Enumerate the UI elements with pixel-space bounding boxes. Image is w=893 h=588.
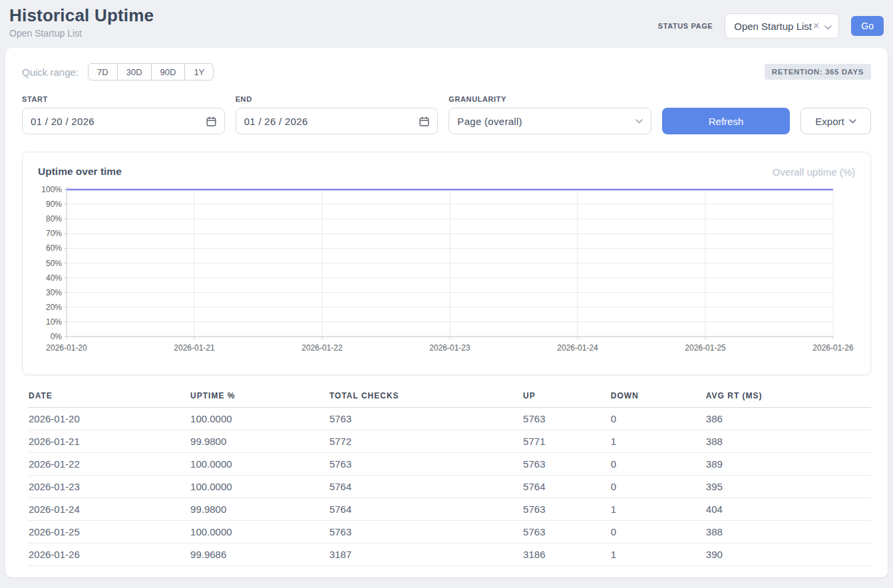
start-label: START [22, 95, 225, 103]
table-cell: 5763 [523, 408, 611, 430]
end-date-value: 01 / 26 / 2026 [244, 116, 308, 127]
quick-range-7d-button[interactable]: 7D [88, 63, 118, 80]
table-cell: 100.0000 [190, 521, 329, 543]
granularity-label: GRANULARITY [448, 95, 651, 103]
table-cell: 1 [611, 498, 706, 521]
calendar-icon[interactable] [419, 116, 429, 126]
table-cell: 1 [611, 430, 706, 453]
status-page-label: STATUS PAGE [658, 22, 713, 30]
table-row: 2026-01-2199.9800577257711388 [29, 430, 871, 453]
table-cell: 100.0000 [190, 476, 329, 498]
retention-badge: RETENTION: 365 DAYS [765, 64, 871, 80]
table-cell: 3186 [523, 543, 611, 566]
table-cell: 388 [706, 521, 871, 543]
column-header: UPTIME % [190, 391, 329, 408]
svg-text:80%: 80% [46, 214, 62, 223]
chevron-down-icon [824, 21, 832, 32]
table-cell: 99.9800 [190, 430, 329, 453]
top-header: Historical Uptime Open Startup List STAT… [0, 0, 893, 48]
svg-text:40%: 40% [46, 273, 62, 283]
table-row: 2026-01-22100.0000576357630389 [29, 453, 871, 476]
page-subtitle: Open Startup List [9, 28, 154, 39]
export-button-label: Export [815, 116, 844, 127]
table-cell: 395 [706, 476, 871, 498]
svg-text:50%: 50% [46, 259, 62, 268]
uptime-table-wrap: DATEUPTIME %TOTAL CHECKSUPDOWNAVG RT (MS… [29, 391, 871, 566]
chevron-down-icon [635, 119, 643, 124]
table-cell: 2026-01-20 [29, 408, 190, 430]
start-date-input[interactable]: 01 / 20 / 2026 [22, 108, 225, 134]
svg-text:100%: 100% [41, 185, 62, 194]
table-cell: 5763 [329, 453, 523, 476]
uptime-line-chart: 0%10%20%30%40%50%60%70%80%90%100%2026-01… [38, 183, 854, 359]
quick-range-90d-button[interactable]: 90D [151, 63, 186, 80]
quick-range-30d-button[interactable]: 30D [117, 63, 152, 80]
chart-card: Uptime over time Overall uptime (%) 0%10… [22, 152, 871, 375]
svg-text:30%: 30% [46, 288, 62, 297]
start-field-group: START 01 / 20 / 2026 [22, 95, 225, 134]
end-date-input[interactable]: 01 / 26 / 2026 [236, 108, 439, 134]
export-button[interactable]: Export [801, 108, 871, 134]
main-panel: Quick range: 7D30D90D1Y RETENTION: 365 D… [5, 48, 888, 577]
svg-text:2026-01-25: 2026-01-25 [685, 343, 726, 353]
quick-range-1y-button[interactable]: 1Y [184, 63, 214, 80]
table-cell: 99.9800 [190, 498, 329, 521]
table-cell: 2026-01-24 [29, 498, 190, 521]
table-cell: 0 [611, 408, 706, 430]
svg-text:10%: 10% [46, 317, 62, 327]
svg-text:2026-01-26: 2026-01-26 [812, 343, 854, 353]
table-cell: 5764 [523, 476, 611, 498]
column-header: UP [523, 391, 611, 408]
table-row: 2026-01-2499.9800576457631404 [29, 498, 871, 521]
table-row: 2026-01-2699.9686318731861390 [29, 543, 871, 566]
granularity-field-group: GRANULARITY Page (overall) [448, 95, 651, 134]
quick-range-row: Quick range: 7D30D90D1Y RETENTION: 365 D… [22, 63, 871, 80]
table-cell: 386 [706, 408, 871, 430]
table-cell: 390 [706, 543, 871, 566]
svg-text:60%: 60% [46, 243, 62, 253]
table-cell: 5764 [329, 476, 523, 498]
table-cell: 100.0000 [190, 453, 329, 476]
table-cell: 0 [611, 476, 706, 498]
table-cell: 99.9686 [190, 543, 329, 566]
svg-text:2026-01-20: 2026-01-20 [46, 343, 87, 353]
svg-text:0%: 0% [51, 332, 63, 341]
end-field-group: END 01 / 26 / 2026 [236, 95, 439, 134]
table-cell: 0 [611, 521, 706, 543]
table-row: 2026-01-20100.0000576357630386 [29, 408, 871, 430]
status-page-value: Open Startup List [734, 21, 812, 32]
column-header: DOWN [611, 391, 706, 408]
svg-text:2026-01-21: 2026-01-21 [174, 343, 215, 353]
clear-selection-icon[interactable]: × [813, 21, 819, 31]
refresh-button[interactable]: Refresh [662, 108, 790, 134]
svg-text:2026-01-24: 2026-01-24 [557, 343, 598, 353]
table-cell: 5771 [523, 430, 611, 453]
table-cell: 5763 [523, 498, 611, 521]
svg-text:20%: 20% [46, 303, 62, 312]
table-cell: 404 [706, 498, 871, 521]
status-page-select[interactable]: Open Startup List × [725, 13, 839, 39]
table-cell: 388 [706, 430, 871, 453]
calendar-icon[interactable] [206, 116, 216, 126]
title-block: Historical Uptime Open Startup List [9, 5, 154, 39]
table-header-row: DATEUPTIME %TOTAL CHECKSUPDOWNAVG RT (MS… [29, 391, 871, 408]
quick-range-group: 7D30D90D1Y [88, 63, 214, 80]
chevron-down-icon [849, 119, 856, 124]
chart-header: Uptime over time Overall uptime (%) [38, 166, 855, 178]
svg-text:70%: 70% [46, 229, 62, 238]
table-cell: 3187 [329, 543, 523, 566]
table-cell: 5772 [329, 430, 523, 453]
quick-range-label: Quick range: [22, 67, 79, 78]
table-cell: 2026-01-26 [29, 543, 190, 566]
table-cell: 1 [611, 543, 706, 566]
table-row: 2026-01-25100.0000576357630388 [29, 521, 871, 543]
svg-text:2026-01-23: 2026-01-23 [429, 343, 470, 353]
table-cell: 100.0000 [190, 408, 329, 430]
table-cell: 5763 [523, 521, 611, 543]
granularity-value: Page (overall) [457, 116, 522, 127]
go-button[interactable]: Go [851, 16, 884, 36]
table-cell: 5763 [329, 408, 523, 430]
granularity-select[interactable]: Page (overall) [448, 108, 651, 134]
uptime-table: DATEUPTIME %TOTAL CHECKSUPDOWNAVG RT (MS… [29, 391, 871, 566]
table-cell: 2026-01-23 [29, 476, 190, 498]
